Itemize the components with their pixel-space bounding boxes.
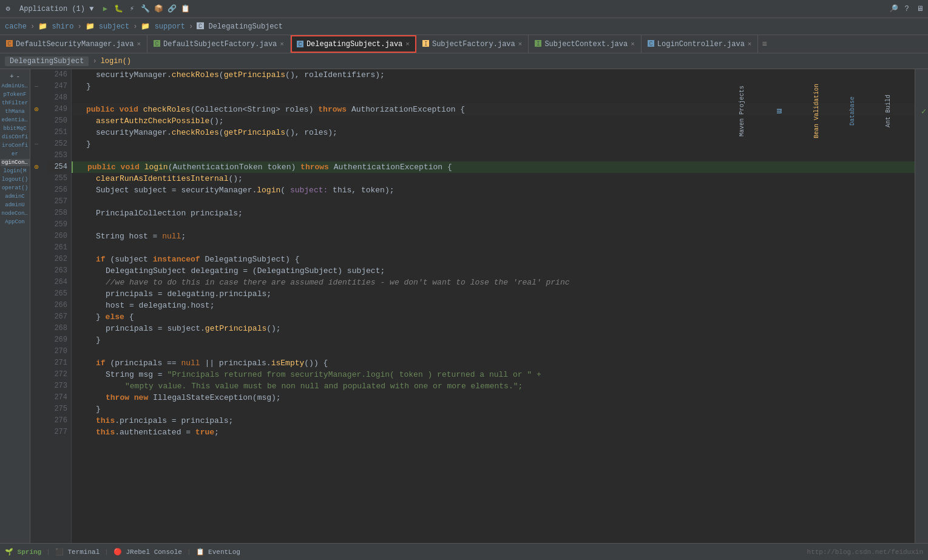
sidebar-thfilter[interactable]: thFilter [1,100,30,107]
sidebar-shiroconfig[interactable]: iroConfi [1,142,30,149]
tabs-overflow[interactable]: ≡ [758,35,770,53]
tab-close-2[interactable]: × [280,41,284,48]
status-spring[interactable]: 🌱 Spring [5,548,41,556]
status-separator-2: | [104,548,109,556]
toolbar: ⚙ Application (1) ▼ ▶ 🐛 ⚡ 🔧 📦 🔗 📋 🔎 ? 🖥 [0,0,928,18]
sidebar-logout[interactable]: logout() [1,176,30,183]
toolbar-debug[interactable]: 🐛 [113,4,124,15]
line-277: this.authenticated = true; [72,427,915,438]
gutter-259 [30,219,42,231]
app-label[interactable]: Application (1) ▼ [16,5,97,13]
gutter-261 [30,242,42,254]
gutter-258 [30,207,42,219]
tab-close-4[interactable]: × [518,41,523,48]
toolbar-icon-7[interactable]: 📋 [180,4,191,15]
gutter-267 [30,311,42,323]
status-url: http://blog.csdn.net/feiduxin [807,548,923,556]
tab-close-1[interactable]: × [137,41,141,48]
breadcrumb-cache[interactable]: cache [5,22,27,31]
status-eventlog[interactable]: 📋 EventLog [196,548,240,556]
status-bar: 🌱 Spring | ⬛ Terminal | 🔴 JRebel Console… [0,543,928,560]
breadcrumb-shiro[interactable]: 📁 shiro [38,22,73,31]
status-terminal[interactable]: ⬛ Terminal [55,548,100,556]
toolbar-icon-1[interactable]: ⚙ [2,4,13,15]
right-checkmark: ✓ [918,106,928,116]
line-257 [72,196,915,207]
line-265: principals = delegating.principals; [72,288,915,300]
sidebar-nodecontroller[interactable]: nodeContr [1,210,30,217]
toolbar-icon-8[interactable]: 🔎 [888,4,899,15]
sidebar-operate[interactable]: operat() [1,184,30,192]
status-separator-3: | [187,548,191,556]
line-276: this.principals = principals; [72,415,915,427]
tab-default-security-manager[interactable]: 🅲 DefaultSecurityManager.java × [0,35,147,53]
gutter-277 [30,427,42,438]
line-262: if (subject instanceof DelegatingSubject… [72,254,915,265]
left-sidebar: + - AdminUser pTokenF thFilter thMana ed… [0,69,30,560]
gutter-270 [30,346,42,357]
sidebar-er[interactable]: er [1,150,30,158]
tab-close-5[interactable]: × [631,41,635,48]
line-246: securityManager.checkRoles(getPrincipals… [72,69,915,81]
line-263: DelegatingSubject delegating = (Delegati… [72,265,915,277]
line-261 [72,242,915,254]
line-271: if (principals == null || principals.isE… [72,357,915,369]
sidebar-thmana[interactable]: thMana [1,108,30,115]
toolbar-icon-9[interactable]: ? [901,4,912,15]
sidebar-login-method[interactable]: login(M [1,167,30,175]
breadcrumb-class[interactable]: 🅲 DelegatingSubject [197,22,283,31]
tab-close-6[interactable]: × [748,41,752,48]
gutter: — ⊙ — ⊙ [30,69,42,560]
tab-delegating-subject[interactable]: 🅲 DelegatingSubject.java × [291,35,416,53]
gutter-246 [30,69,42,81]
toolbar-icon-10[interactable]: 🖥 [915,4,926,15]
code-editor[interactable]: securityManager.checkRoles(getPrincipals… [72,69,915,560]
gutter-248 [30,92,42,104]
sidebar-rabbitmq[interactable]: bbitMqC [1,125,30,132]
toolbar-icon-5[interactable]: 📦 [153,4,164,15]
sidebar-minus[interactable]: - [16,73,21,80]
tab-subject-factory[interactable]: 🅸 SubjectFactory.java × [416,35,529,53]
tab-default-subject-factory[interactable]: 🅲 DefaultSubjectFactory.java × [147,35,291,53]
breadcrumb-subject[interactable]: 📁 subject [86,22,130,31]
sidebar-add[interactable]: + [10,73,14,80]
line-259 [72,219,915,231]
line-269: } [72,334,915,346]
toolbar-icon-3[interactable]: ⚡ [126,4,137,15]
tab-login-controller[interactable]: 🅲 LoginController.java × [642,35,759,53]
gutter-268 [30,323,42,334]
line-268: principals = subject.getPrincipals(); [72,323,915,334]
line-274: throw new IllegalStateException(msg); [72,392,915,403]
right-panel-database[interactable]: Database [847,94,858,128]
line-264: //we have to do this in case there are a… [72,277,915,288]
sidebar-adminc[interactable]: adminC [1,193,30,200]
status-jrebel[interactable]: 🔴 JRebel Console [113,548,182,556]
line-254: public void login(AuthenticationToken to… [72,161,915,173]
right-panel-maven[interactable]: Maven Projects [736,83,748,139]
right-panel-bean-validation[interactable]: Bean Validation [811,81,822,141]
sidebar-adminu[interactable]: adminU [1,201,30,209]
class-name: DelegatingSubject [5,56,89,66]
right-panel-ant-build[interactable]: Ant Build [882,92,894,130]
sidebar-ptokenf[interactable]: pTokenF [1,91,30,98]
breadcrumb-support[interactable]: 📁 support [141,22,185,31]
gutter-250 [30,115,42,127]
toolbar-icon-6[interactable]: 🔗 [166,4,177,15]
sidebar-disconfig[interactable]: disCOnfi [1,133,30,141]
toolbar-icon-4[interactable]: 🔧 [140,4,151,15]
sidebar-appcon[interactable]: AppCon [1,218,30,226]
line-253 [72,150,915,161]
right-panel-m[interactable]: m [772,106,787,116]
sidebar-credentials[interactable]: edentials [1,116,30,124]
tab-close-3[interactable]: × [405,41,410,48]
line-260: String host = null; [72,231,915,242]
sidebar-adminuser[interactable]: AdminUser [1,83,30,90]
gutter-273 [30,380,42,392]
gutter-247: — [30,81,42,92]
tab-subject-context[interactable]: 🅸 SubjectContext.java × [529,35,641,53]
line-258: PrincipalCollection principals; [72,207,915,219]
sidebar-logincontroller[interactable]: oginContr [1,159,30,166]
toolbar-run[interactable]: ▶ [100,4,110,15]
line-273: "empty value. This value must be non nul… [72,380,915,392]
gutter-263 [30,265,42,277]
